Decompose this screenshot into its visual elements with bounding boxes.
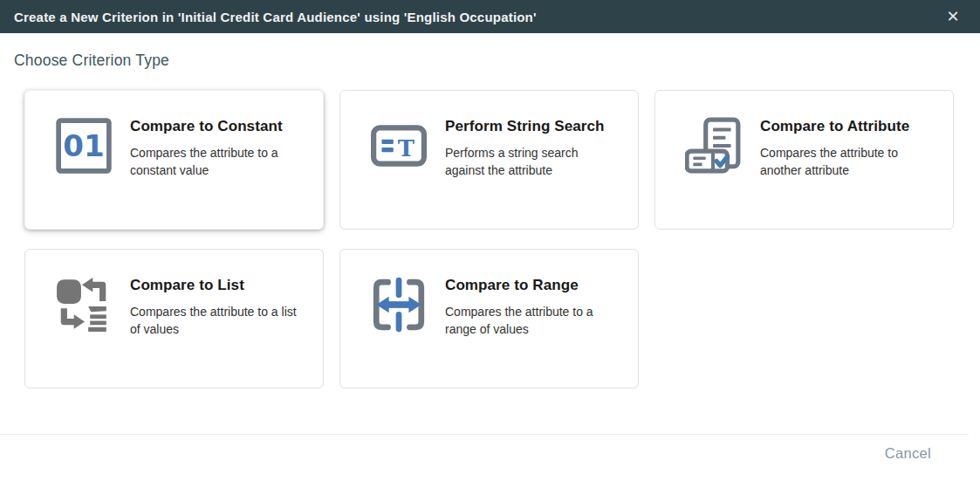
card-compare-to-range[interactable]: Compare to Range Compares the attribute … xyxy=(339,249,639,388)
card-description: Compares the attribute to a range of val… xyxy=(445,303,616,338)
modal-footer: Cancel xyxy=(0,434,969,488)
card-description: Compares the attribute to another attrib… xyxy=(760,144,931,179)
svg-text:T: T xyxy=(398,135,415,162)
modal-header: Create a New Criterion in 'Initial Credi… xyxy=(0,0,980,33)
card-perform-string-search[interactable]: T Perform String Search Performs a strin… xyxy=(339,90,639,230)
range-compare-icon xyxy=(370,276,428,333)
card-title: Perform String Search xyxy=(445,118,616,135)
card-description: Performs a string search against the att… xyxy=(445,144,616,179)
choose-criterion-type-heading: Choose Criterion Type xyxy=(14,52,980,70)
card-compare-to-list[interactable]: Compare to List Compares the attribute t… xyxy=(24,249,324,388)
close-icon[interactable]: ✕ xyxy=(942,5,964,28)
card-compare-to-constant[interactable]: 01 Compare to Constant Compares the attr… xyxy=(24,90,324,230)
svg-text:01: 01 xyxy=(63,128,104,163)
constant-01-icon: 01 xyxy=(55,117,113,175)
card-compare-to-attribute[interactable]: Compare to Attribute Compares the attrib… xyxy=(654,90,954,230)
string-search-icon: T xyxy=(370,117,428,175)
attribute-compare-icon xyxy=(685,117,743,175)
create-criterion-modal: Create a New Criterion in 'Initial Credi… xyxy=(0,0,980,388)
card-description: Compares the attribute to a constant val… xyxy=(130,144,301,179)
card-title: Compare to List xyxy=(130,277,301,294)
criterion-type-grid: 01 Compare to Constant Compares the attr… xyxy=(24,90,956,388)
card-title: Compare to Range xyxy=(445,277,616,294)
card-title: Compare to Attribute xyxy=(760,118,931,135)
card-title: Compare to Constant xyxy=(130,118,301,135)
cancel-button[interactable]: Cancel xyxy=(885,445,931,462)
card-description: Compares the attribute to a list of valu… xyxy=(130,303,301,338)
modal-title: Create a New Criterion in 'Initial Credi… xyxy=(14,10,942,24)
list-compare-icon xyxy=(55,276,113,333)
